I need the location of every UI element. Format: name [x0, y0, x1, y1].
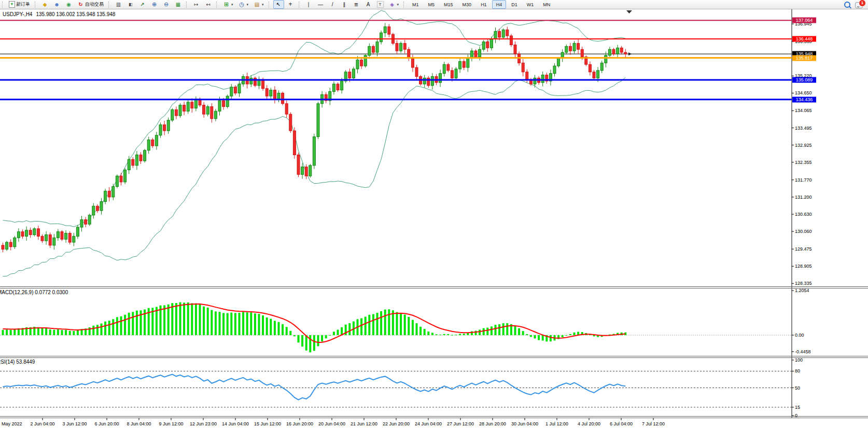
tf-m1-label: M1 [410, 2, 421, 7]
tf-m1[interactable]: M1 [408, 0, 423, 9]
price-tick-label: 0.00 [795, 333, 804, 338]
cursor-button[interactable] [273, 0, 284, 9]
new-order-button-label: 新订单 [16, 1, 30, 8]
tile-windows-button[interactable] [173, 0, 184, 9]
shapes-button[interactable]: ▾ [387, 0, 401, 9]
price-tick-label: 80 [795, 368, 800, 374]
price-line-badge: 135.089 [792, 77, 816, 82]
tf-w1-label: W1 [525, 2, 536, 7]
price-tick-label: -0.4458 [795, 349, 811, 354]
templates-button[interactable]: ▾ [251, 0, 266, 9]
toolbar: 新订单自动交易▾▾▾▾M1M5M15M30H1H4D1W1MN1 [0, 0, 868, 9]
chart-window[interactable]: USDJPY-,H4135.980 136.002 135.948 135.94… [0, 9, 868, 428]
candlestick-chart-icon [127, 1, 134, 8]
price-tick-label: 15 [795, 405, 800, 410]
text-label-button[interactable] [375, 0, 386, 9]
main-price-panel [0, 10, 792, 276]
tf-mn[interactable]: MN [539, 0, 554, 9]
macd-panel [0, 302, 792, 353]
time-axis-label: 22 Jun 20:00 [383, 421, 410, 426]
candlestick-chart-button[interactable] [125, 0, 136, 9]
macd-indicator-label: MACD(12,26,9) 0.0772 0.0300 [0, 289, 68, 295]
data-window-icon [53, 1, 60, 8]
trendline-icon [329, 1, 336, 8]
bar-chart-icon [115, 1, 122, 8]
tf-w1[interactable]: W1 [523, 0, 538, 9]
bar-chart-button[interactable] [113, 0, 124, 9]
navigator-button[interactable] [63, 0, 74, 9]
time-axis-label: 7 Jul 12:00 [642, 421, 665, 426]
search-icon[interactable] [844, 2, 850, 8]
dropdown-caret-icon[interactable]: ▾ [231, 3, 233, 7]
price-tick-label: 50 [795, 385, 800, 391]
toolbar-grip [35, 2, 37, 8]
chat-icon[interactable]: 1 [855, 2, 863, 8]
vertical-line-button[interactable] [303, 0, 314, 9]
auto-trading-icon [77, 1, 84, 8]
dropdown-caret-icon[interactable]: ▾ [397, 3, 399, 7]
market-watch-button[interactable] [39, 0, 50, 9]
price-tick-label: 133.495 [795, 126, 812, 131]
zoom-out-button[interactable] [161, 0, 172, 9]
tf-h1-label: H1 [479, 2, 489, 7]
dropdown-caret-icon[interactable]: ▾ [247, 3, 249, 7]
text-label-icon [377, 1, 384, 8]
tf-h4-label: H4 [494, 2, 505, 7]
price-tick-label: 131.200 [795, 195, 812, 200]
price-tick-label: 130.060 [795, 229, 812, 234]
toolbar-grip [2, 2, 5, 8]
price-tick-label: 128.905 [795, 264, 812, 269]
tf-m5-label: M5 [426, 2, 437, 7]
crosshair-button[interactable] [285, 0, 296, 9]
zoom-in-button[interactable] [149, 0, 160, 9]
channel-button[interactable] [339, 0, 350, 9]
auto-trading-button[interactable]: 自动交易 [75, 0, 106, 9]
toolbar-grip [186, 2, 189, 8]
toolbar-grip [216, 2, 219, 8]
time-axis-label: 21 Jun 12:00 [351, 421, 377, 426]
periods-button[interactable]: ▾ [236, 0, 251, 9]
chart-title: USDJPY-,H4135.980 136.002 135.948 135.94… [3, 11, 119, 17]
line-chart-button[interactable] [137, 0, 148, 9]
chart-shift-icon [193, 1, 200, 8]
data-window-button[interactable] [51, 0, 62, 9]
time-axis-label: 1 Jul 12:00 [545, 421, 568, 426]
symbol-period-label: USDJPY-,H4 [3, 11, 32, 17]
time-axis-label: 15 Jun 12:00 [254, 421, 281, 426]
horizontal-line-button[interactable] [315, 0, 326, 9]
chart-shift-marker [626, 10, 632, 13]
price-line-badge: 136.448 [792, 36, 816, 42]
tf-d1[interactable]: D1 [507, 0, 522, 9]
price-tick-label: 100 [795, 357, 803, 363]
text-button[interactable] [363, 0, 374, 9]
tf-m15[interactable]: M15 [440, 0, 457, 9]
tf-h4[interactable]: H4 [492, 0, 507, 9]
market-watch-icon [41, 1, 48, 8]
auto-scroll-button[interactable] [203, 0, 214, 9]
notification-badge: 1 [859, 0, 866, 7]
trendline-button[interactable] [327, 0, 338, 9]
tf-m30[interactable]: M30 [458, 0, 476, 9]
indicators-button[interactable]: ▾ [221, 0, 235, 9]
new-order-icon [9, 1, 15, 8]
time-axis-label: 8 Jun 04:00 [127, 421, 151, 426]
tf-h1[interactable]: H1 [477, 0, 491, 9]
time-axis-label: 2 Jun 04:00 [30, 421, 54, 426]
time-axis-label: 24 Jun 04:00 [415, 421, 442, 426]
time-axis-label: 6 Jul 04:00 [610, 421, 633, 426]
time-axis-label: 14 Jun 04:00 [222, 421, 249, 426]
chart-canvas[interactable] [0, 9, 868, 428]
time-axis-label: 30 Jun 04:00 [511, 421, 538, 426]
text-icon [365, 1, 372, 8]
time-axis-label: 27 Jun 12:00 [447, 421, 474, 426]
chart-shift-button[interactable] [191, 0, 202, 9]
new-order-button[interactable]: 新订单 [7, 0, 32, 9]
time-axis-label: 3 Jun 12:00 [62, 421, 87, 426]
tf-m5[interactable]: M5 [424, 0, 439, 9]
fibonacci-button[interactable] [351, 0, 362, 9]
dropdown-caret-icon[interactable]: ▾ [262, 3, 264, 7]
vertical-line-icon [305, 1, 312, 8]
price-tick-label: 132.355 [795, 160, 812, 165]
fibonacci-icon [353, 1, 360, 8]
channel-icon [341, 1, 348, 8]
